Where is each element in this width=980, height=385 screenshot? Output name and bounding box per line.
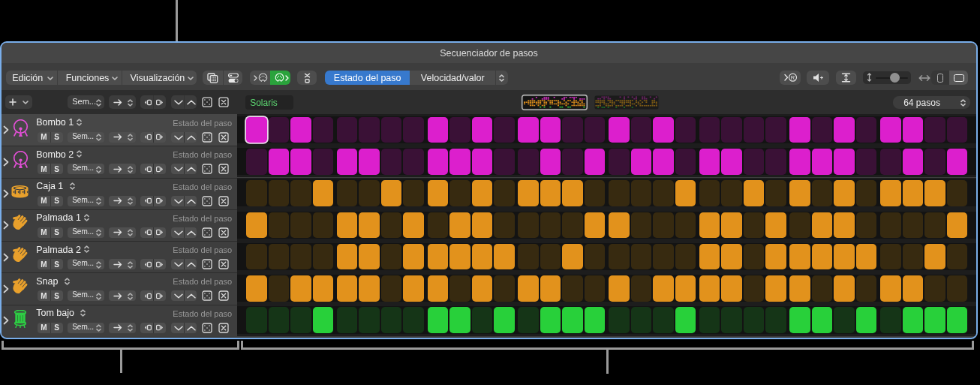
svg-text:R: R [791,74,795,81]
